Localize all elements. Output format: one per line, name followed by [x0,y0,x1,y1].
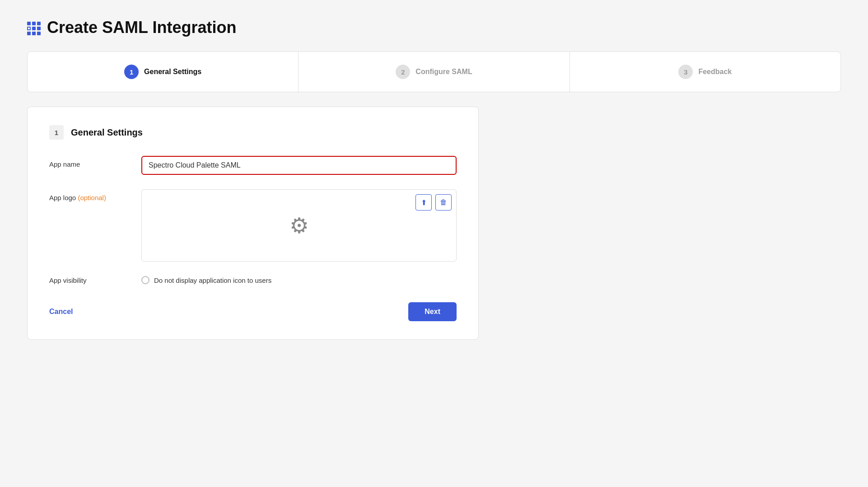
app-name-label: App name [49,156,131,168]
step-1-label: General Settings [144,68,201,76]
section-number: 1 [49,125,64,140]
app-logo-label: App logo (optional) [49,189,131,201]
app-name-control [141,156,457,175]
step-2-label: Configure SAML [415,68,472,76]
delete-button[interactable]: 🗑 [435,194,452,211]
app-logo-row: App logo (optional) ⬆ 🗑 ⚙ [49,189,457,262]
stepper: 1 General Settings 2 Configure SAML 3 Fe… [27,52,841,92]
form-card: 1 General Settings App name App logo (op… [27,107,479,340]
upload-button[interactable]: ⬆ [415,194,432,211]
app-logo-control: ⬆ 🗑 ⚙ [141,189,457,262]
section-title: General Settings [71,127,143,138]
step-3-circle: 3 [678,65,693,79]
step-general-settings[interactable]: 1 General Settings [28,52,299,92]
section-header: 1 General Settings [49,125,457,140]
app-visibility-row: App visibility Do not display applicatio… [49,276,457,284]
page-header: Create SAML Integration [27,18,841,37]
visibility-checkbox-label: Do not display application icon to users [154,276,271,284]
step-2-circle: 2 [396,65,410,79]
step-3-label: Feedback [698,68,732,76]
app-name-input[interactable] [141,156,457,175]
step-1-circle: 1 [124,65,139,79]
visibility-checkbox[interactable] [141,276,149,284]
logo-upload-actions: ⬆ 🗑 [415,194,452,211]
next-button[interactable]: Next [408,302,457,321]
app-logo-icon [27,22,41,35]
app-visibility-label: App visibility [49,276,131,284]
upload-icon: ⬆ [421,198,427,207]
app-logo-optional: (optional) [78,194,106,201]
page-title: Create SAML Integration [27,18,236,37]
cancel-button[interactable]: Cancel [49,308,73,316]
form-actions: Cancel Next [49,302,457,321]
visibility-checkbox-group: Do not display application icon to users [141,276,457,284]
logo-upload-box[interactable]: ⬆ 🗑 ⚙ [141,189,457,262]
delete-icon: 🗑 [440,198,447,206]
app-name-row: App name [49,156,457,175]
gear-icon: ⚙ [289,213,309,238]
step-feedback[interactable]: 3 Feedback [570,52,840,92]
step-configure-saml[interactable]: 2 Configure SAML [299,52,569,92]
